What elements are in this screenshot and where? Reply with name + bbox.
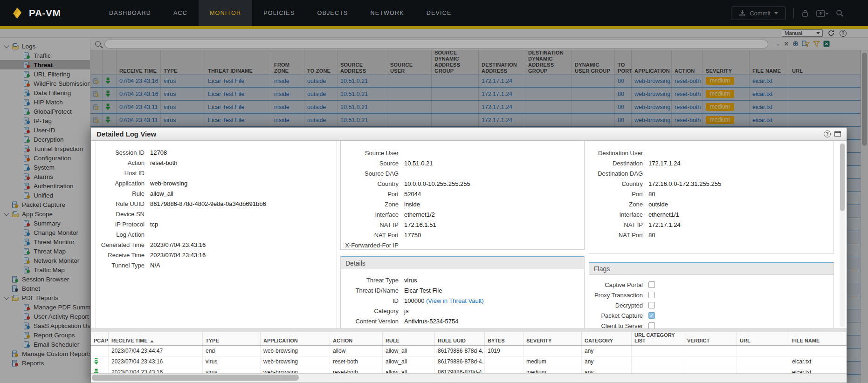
pcap-cell	[91, 346, 109, 356]
related-column-header-url-category-list[interactable]: URL CATEGORY LIST	[632, 332, 684, 345]
field-label: Device SN	[96, 211, 145, 218]
field-label: Generated Time	[96, 241, 145, 248]
field-label: Rule UUID	[96, 200, 145, 207]
related-column-header-rule-uuid[interactable]: RULE UUID	[435, 332, 485, 345]
pan-os-screen: PA-VM DASHBOARDACCMONITORPOLICIESOBJECTS…	[0, 0, 868, 383]
field-label: Threat Type	[341, 277, 399, 284]
related-table-row[interactable]: 2023/07/04 23:44:47endweb-browsingallowa…	[91, 346, 847, 356]
nav-item-monitor[interactable]: MONITOR	[199, 0, 252, 26]
field-device-sn: Device SN	[96, 209, 337, 219]
field-session-id: Session ID12708	[96, 147, 337, 157]
field-label: ID	[341, 297, 399, 304]
field-label: Tunnel Type	[96, 262, 145, 269]
divider	[793, 8, 794, 18]
related-table-hscrollbar[interactable]	[91, 373, 847, 382]
field-label: Rule	[96, 190, 145, 197]
flag-checkbox[interactable]	[648, 302, 655, 308]
related-column-header-bytes[interactable]: BYTES	[485, 332, 524, 345]
field-nat-port: NAT Port17750	[341, 230, 584, 240]
flag-label: Decrypted	[589, 302, 643, 309]
nav-right-tools: Commit	[731, 7, 868, 20]
field-log-action: Log Action	[96, 229, 337, 239]
field-value: 2023/07/04 23:43:16	[150, 252, 206, 259]
field-port: Port80	[589, 189, 834, 199]
field-label: Zone	[589, 201, 643, 208]
lock-icon[interactable]	[801, 9, 809, 17]
save-config-icon[interactable]	[816, 9, 828, 17]
nav-item-device[interactable]: DEVICE	[415, 0, 463, 26]
field-label: Session ID	[96, 149, 145, 156]
cell-url	[737, 356, 789, 367]
nav-item-dashboard[interactable]: DASHBOARD	[98, 0, 162, 26]
field-value: tcp	[150, 221, 158, 228]
commit-caret-icon	[774, 12, 778, 14]
related-column-header-application[interactable]: APPLICATION	[261, 332, 330, 345]
field-value: js	[404, 308, 408, 315]
details-section: Details Threat TypevirusThreat ID/NameEi…	[340, 256, 585, 328]
cell-verdict	[684, 346, 737, 356]
flag-checkbox[interactable]	[648, 322, 655, 328]
dialog-help-icon[interactable]: ?	[824, 130, 831, 137]
field-value: 12708	[150, 149, 167, 156]
related-column-header-rule[interactable]: RULE	[383, 332, 435, 345]
field-value: inside	[404, 201, 420, 208]
related-column-header-action[interactable]: ACTION	[330, 332, 383, 345]
search-icon[interactable]	[836, 9, 844, 17]
related-column-header-severity[interactable]: SEVERITY	[524, 332, 582, 345]
commit-button[interactable]: Commit	[731, 7, 786, 20]
field-source-user: Source User	[341, 148, 584, 158]
dialog-maximize-icon[interactable]	[834, 131, 841, 137]
field-label: Source	[341, 160, 399, 167]
flag-checkbox[interactable]	[648, 281, 655, 288]
dialog-title-bar: Detailed Log View ?	[91, 128, 847, 141]
field-value: reset-both	[150, 159, 178, 166]
related-column-header-url[interactable]: URL	[737, 332, 789, 345]
field-interface: Interfaceethernet1/1	[589, 209, 834, 219]
cell-receive-time: 2023/07/04 23:43:16	[109, 356, 203, 367]
source-section: Source UserSource10.51.0.21Source DAGCou…	[340, 141, 585, 250]
cell-category: any	[582, 356, 632, 367]
threat-vault-link[interactable]: (View in Threat Vault)	[426, 297, 484, 304]
field-value: 2023/07/04 23:43:16	[150, 241, 206, 248]
field-rule: Ruleallow_all	[96, 188, 337, 198]
cell-severity: medium	[524, 356, 582, 367]
cell-application: web-browsing	[261, 346, 330, 356]
cell-action: allow	[330, 346, 383, 356]
field-threat-id-name: Threat ID/NameEicar Test File	[341, 285, 584, 295]
field-value: virus	[404, 277, 417, 284]
field-label: Content Version	[341, 318, 399, 325]
field-interface: Interfaceethernet1/2	[341, 209, 584, 219]
nav-item-objects[interactable]: OBJECTS	[306, 0, 359, 26]
cell-action: reset-both	[330, 356, 383, 367]
field-zone: Zoneinside	[341, 199, 584, 209]
cell-rule: allow_all	[383, 356, 435, 367]
flag-checkbox[interactable]: ✓	[648, 312, 655, 319]
related-column-header-type[interactable]: TYPE	[203, 332, 261, 345]
flags-section-header: Flags	[589, 262, 834, 275]
dialog-vertical-scrollbar[interactable]	[840, 142, 845, 327]
field-label: NAT Port	[341, 232, 399, 239]
related-column-header-pcap[interactable]: PCAP	[91, 332, 109, 345]
cell-type: end	[203, 346, 261, 356]
flag-checkbox[interactable]	[648, 292, 655, 298]
pcap-download-icon[interactable]	[91, 356, 109, 367]
flag-client-to-server: Client to Server	[589, 321, 834, 328]
related-column-header-category[interactable]: CATEGORY	[582, 332, 632, 345]
nav-item-acc[interactable]: ACC	[162, 0, 199, 26]
nav-item-policies[interactable]: POLICIES	[252, 0, 306, 26]
main-menu: DASHBOARDACCMONITORPOLICIESOBJECTSNETWOR…	[98, 0, 463, 26]
field-label: IP Protocol	[96, 221, 145, 228]
commit-icon	[739, 10, 746, 16]
accent-bar	[0, 26, 868, 29]
related-column-header-file-name[interactable]: FILE NAME	[789, 332, 847, 345]
field-value: 86179886-878d-4802-9e8a-0a34db691bb6	[150, 200, 266, 207]
related-table-row[interactable]: 2023/07/04 23:43:16virusweb-browsingrese…	[91, 356, 847, 367]
cell-rule-uuid: 86179886-878d-4...	[435, 356, 485, 367]
destination-section: Destination UserDestination172.17.1.24De…	[589, 141, 834, 254]
field-label: Zone	[341, 201, 399, 208]
nav-item-network[interactable]: NETWORK	[359, 0, 415, 26]
related-column-header-verdict[interactable]: VERDICT	[684, 332, 737, 345]
related-column-header-receive-time[interactable]: RECEIVE TIME	[109, 332, 203, 345]
field-value: 80	[648, 232, 655, 239]
pan-logo-icon	[10, 6, 24, 20]
